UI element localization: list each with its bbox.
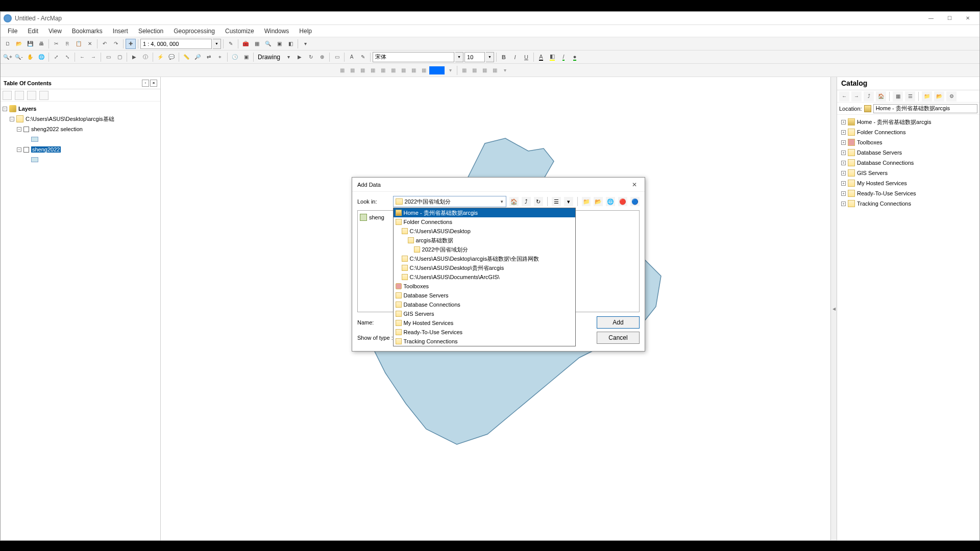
dropdown-item[interactable]: Database Servers [394, 291, 575, 300]
dropdown-item[interactable]: GIS Servers [394, 309, 575, 318]
pan-icon[interactable]: ✋ [25, 52, 35, 62]
go-to-xy-icon[interactable]: ⌖ [215, 52, 225, 62]
rotate-icon[interactable]: ↻ [306, 52, 316, 62]
zoom-in-icon[interactable]: 🔍+ [3, 52, 13, 62]
new-file-gdb-icon[interactable]: 📂 [594, 197, 603, 206]
fixed-zoom-in-icon[interactable]: ⤢ [51, 52, 61, 62]
tree-toggle-layers[interactable]: − [3, 107, 7, 111]
zoom-to-selected-icon[interactable]: ⊕ [317, 52, 327, 62]
cat-item-dbconn[interactable]: +Database Connections [839, 158, 977, 168]
lookin-combobox[interactable]: 2022中国省域划分 ▼ Home - 贵州省基础数据arcgisFolder … [393, 196, 507, 207]
cat-item-toolboxes[interactable]: +Toolboxes [839, 137, 977, 147]
rectangle-icon[interactable]: ▭ [332, 52, 342, 62]
cancel-button[interactable]: Cancel [597, 332, 640, 344]
up-one-level-icon[interactable]: ⤴ [522, 197, 531, 206]
text-tool-icon[interactable]: A [347, 52, 357, 62]
cat-toggle[interactable]: + [841, 171, 846, 176]
clear-selection-icon[interactable]: ▢ [114, 52, 125, 62]
toc-pin-button[interactable]: ▫ [142, 80, 149, 87]
tree-toggle-group[interactable]: − [10, 117, 14, 121]
toc-list-drawing-order-icon[interactable] [3, 91, 12, 100]
menu-view[interactable]: View [43, 25, 67, 37]
hyperlink-icon[interactable]: ⚡ [155, 52, 165, 62]
print-icon[interactable]: 🖶 [36, 39, 46, 49]
catalog-location-input[interactable] [873, 104, 977, 113]
time-slider-icon[interactable]: 🕓 [230, 52, 240, 62]
cat-item-ready[interactable]: +Ready-To-Use Services [839, 188, 977, 198]
refresh-icon[interactable]: ↻ [534, 197, 543, 206]
search-window-icon[interactable]: 🔍 [263, 39, 273, 49]
tree-toggle-layer1[interactable]: − [17, 127, 21, 132]
connect-folder-icon[interactable]: 📁 [582, 197, 591, 206]
full-extent-icon[interactable]: 🌐 [36, 52, 46, 62]
font-size-input[interactable]: 10 [464, 52, 485, 62]
menu-edit[interactable]: Edit [22, 25, 43, 37]
catalog-forward-icon[interactable]: → [851, 91, 862, 102]
python-window-icon[interactable]: ▣ [274, 39, 284, 49]
line-color-icon[interactable]: / [558, 52, 569, 62]
marker-color-icon[interactable]: ● [570, 52, 580, 62]
save-icon[interactable]: 💾 [25, 39, 35, 49]
cut-icon[interactable]: ✂ [51, 39, 61, 49]
layer1-checkbox[interactable] [23, 127, 29, 132]
cat-item-folders[interactable]: +Folder Connections [839, 127, 977, 137]
edit-vertices-icon[interactable]: ✎ [358, 52, 368, 62]
forward-extent-icon[interactable]: → [88, 52, 99, 62]
drawing-dropdown-icon[interactable]: ▾ [283, 52, 293, 62]
dropdown-item[interactable]: Toolboxes [394, 282, 575, 291]
dialog-close-button[interactable]: ✕ [629, 180, 640, 190]
dropdown-item[interactable]: 2022中国省域划分 [394, 245, 575, 254]
cat-toggle[interactable]: + [841, 181, 846, 186]
list-view-icon[interactable]: ☰ [552, 197, 561, 206]
dropdown-item[interactable]: C:\Users\ASUS\Desktop\贵州省arcgis [394, 263, 575, 272]
html-popup-icon[interactable]: 💬 [166, 52, 177, 62]
go-home-icon[interactable]: 🏠 [509, 197, 519, 206]
menu-windows[interactable]: Windows [259, 25, 295, 37]
find-icon[interactable]: 🔎 [192, 52, 203, 62]
identify-icon[interactable]: ⓘ [140, 52, 151, 62]
create-viewer-icon[interactable]: ▣ [241, 52, 251, 62]
toc-list-source-icon[interactable] [15, 91, 24, 100]
dropdown-item[interactable]: C:\Users\ASUS\Desktop [394, 227, 575, 236]
catalog-options-icon[interactable]: ⚙ [946, 91, 957, 102]
font-name-dropdown[interactable]: ▼ [455, 52, 463, 62]
dropdown-item[interactable]: Home - 贵州省基础数据arcgis [394, 208, 575, 217]
add-ole-db-icon[interactable]: 🔵 [630, 197, 640, 206]
dropdown-item[interactable]: Ready-To-Use Services [394, 328, 575, 337]
italic-icon[interactable]: I [510, 52, 520, 62]
close-button[interactable]: ✕ [959, 13, 976, 24]
fill-color-icon[interactable]: ◧ [547, 52, 557, 62]
scale-dropdown-button[interactable]: ▼ [213, 39, 221, 49]
bold-icon[interactable]: B [499, 52, 509, 62]
cat-toggle[interactable]: + [841, 191, 846, 196]
menu-help[interactable]: Help [294, 25, 317, 37]
font-color-icon[interactable]: A [536, 52, 546, 62]
add-gis-server-icon[interactable]: 🌐 [606, 197, 615, 206]
cat-toggle[interactable]: + [841, 130, 846, 135]
cat-item-home[interactable]: +Home - 贵州省基础数据arcgis [839, 117, 977, 127]
toc-root[interactable]: Layers [18, 106, 36, 112]
redo-icon[interactable]: ↷ [111, 39, 121, 49]
dialog-titlebar[interactable]: Add Data ✕ [352, 178, 645, 192]
menu-insert[interactable]: Insert [108, 25, 133, 37]
undo-icon[interactable]: ↶ [100, 39, 110, 49]
select-elements-icon[interactable]: ▶ [129, 52, 139, 62]
select-features-icon[interactable]: ▭ [103, 52, 113, 62]
zoom-out-icon[interactable]: 🔍- [14, 52, 24, 62]
toc-list-selection-icon[interactable] [39, 91, 48, 100]
measure-icon[interactable]: 📏 [181, 52, 191, 62]
dropdown-item[interactable]: Folder Connections [394, 217, 575, 227]
dropdown-item[interactable]: Database Connections [394, 300, 575, 309]
menu-bookmarks[interactable]: Bookmarks [67, 25, 108, 37]
layer2-checkbox[interactable] [23, 147, 29, 153]
dropdown-item[interactable]: C:\Users\ASUS\Documents\ArcGIS\ [394, 272, 575, 282]
add-db-connection-icon[interactable]: 🔴 [618, 197, 627, 206]
cat-toggle[interactable]: + [841, 161, 846, 165]
underline-icon[interactable]: U [521, 52, 531, 62]
tree-toggle-layer2[interactable]: − [17, 147, 21, 152]
cat-toggle[interactable]: + [841, 120, 846, 124]
catalog-back-icon[interactable]: ← [839, 91, 849, 102]
maximize-button[interactable]: ☐ [941, 13, 958, 24]
toc-group[interactable]: C:\Users\ASUS\Desktop\arcgis基础 [26, 115, 114, 123]
cat-item-dbservers[interactable]: +Database Servers [839, 147, 977, 158]
